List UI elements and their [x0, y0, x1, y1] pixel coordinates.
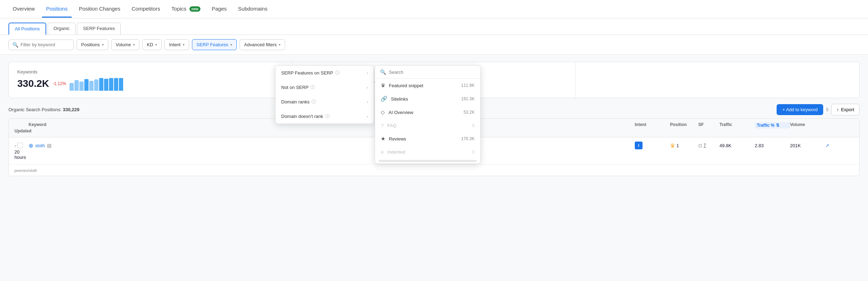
featured-snippet-item[interactable]: ♛ Featured snippet 111.9K: [375, 79, 480, 92]
nav-competitors[interactable]: Competitors: [127, 1, 164, 18]
keyword-link[interactable]: sloth: [35, 143, 45, 148]
sub-dropdown-search-wrap[interactable]: 🔍: [375, 66, 480, 79]
position-cell: ♛ 1: [670, 142, 698, 149]
faq-label: FAQ: [387, 123, 396, 128]
keywords-label: Keywords: [17, 69, 284, 74]
domain-doesnt-rank-item[interactable]: Domain doesn't rank ⓘ ›: [276, 109, 374, 124]
ai-overview-count: 53.2K: [464, 110, 475, 115]
list-icon: ≡: [381, 149, 384, 155]
keywords-chart: [70, 78, 123, 91]
sf-icon: ⊡: [698, 143, 702, 148]
export-icon: ↑: [837, 107, 839, 112]
serp-on-serp-item[interactable]: SERP Features on SERP ⓘ ›: [276, 66, 374, 80]
nav-subdomains[interactable]: Subdomains: [234, 1, 272, 18]
sitelinks-label: Sitelinks: [391, 96, 408, 102]
tab-organic[interactable]: Organic: [48, 23, 76, 35]
not-on-serp-item[interactable]: Not on SERP ⓘ ›: [276, 80, 374, 95]
info-icon: ⓘ: [312, 99, 316, 105]
col-traffic[interactable]: Traffic: [719, 122, 755, 128]
scrollbar[interactable]: [379, 160, 477, 162]
updated-cell: 20 hours: [14, 149, 29, 160]
sitelinks-item[interactable]: 🔗 Sitelinks 191.3K: [375, 92, 480, 106]
domain-ranks-item[interactable]: Domain ranks ⓘ ›: [276, 95, 374, 109]
domain-ranks-label: Domain ranks: [281, 99, 309, 104]
chevron-down-icon: ▾: [230, 43, 232, 47]
positions-filter-btn[interactable]: Positions ▾: [77, 39, 108, 50]
indented-count: 0: [472, 150, 475, 155]
reviews-label: Reviews: [389, 136, 406, 142]
chevron-down-icon: ▾: [155, 43, 157, 47]
tab-all-positions[interactable]: All Positions: [8, 23, 46, 35]
question-icon: ?: [381, 122, 384, 128]
crown-icon: ♛: [670, 142, 675, 149]
reviews-count: 170.3K: [461, 136, 475, 141]
info-icon: ⓘ: [311, 84, 315, 90]
col-position[interactable]: Position: [670, 122, 698, 128]
new-badge: new: [189, 6, 200, 12]
chevron-down-icon: ▾: [133, 43, 135, 47]
sort-icon: ⇅: [776, 123, 779, 128]
url-row: peecies/sloth: [9, 165, 859, 176]
col-intent[interactable]: Intent: [635, 122, 670, 128]
diamond-icon: ◇: [381, 109, 385, 115]
traffic-cell: 49.8K: [719, 143, 755, 148]
keywords-change: -1.12%: [53, 81, 66, 86]
tab-serp-features[interactable]: SERP Features: [77, 23, 121, 35]
volume-filter-btn[interactable]: Volume ▾: [111, 39, 139, 50]
col-updated[interactable]: Updated: [14, 128, 29, 133]
external-link-icon[interactable]: ↗: [825, 143, 829, 148]
filters-bar: 🔍 Positions ▾ Volume ▾ KD ▾ Intent ▾ SER…: [0, 35, 868, 55]
reviews-item[interactable]: ★ Reviews 170.3K: [375, 132, 480, 145]
col-traffic-pct[interactable]: Traffic % ⇅: [755, 122, 790, 128]
sub-tabs: All Positions Organic SERP Features: [0, 18, 868, 35]
featured-snippet-label: Featured snippet: [389, 83, 423, 88]
add-to-keyword-btn[interactable]: + Add to keyword: [777, 104, 823, 115]
empty-stat-card: [576, 62, 859, 98]
sf-count[interactable]: 7: [704, 143, 706, 148]
featured-snippet-count: 111.9K: [461, 83, 475, 88]
serp-search-input[interactable]: [389, 70, 475, 75]
row-checkbox[interactable]: [17, 143, 23, 148]
nav-positions[interactable]: Positions: [42, 1, 72, 18]
document-icon[interactable]: ▤: [47, 143, 52, 148]
position-value: 1: [676, 143, 679, 148]
indented-item[interactable]: ≡ Indented 0: [375, 145, 480, 159]
traffic-pct-cell: 2.83: [755, 143, 790, 148]
intent-badge: I: [635, 142, 643, 149]
ai-overview-label: AI Overview: [388, 110, 413, 115]
keyword-filter-wrap[interactable]: 🔍: [8, 40, 74, 50]
chevron-down-icon: ▾: [183, 43, 185, 47]
keyword-filter-input[interactable]: [20, 42, 70, 47]
nav-topics[interactable]: Topics new: [167, 1, 205, 18]
serp-type-subdropdown: 🔍 ♛ Featured snippet 111.9K 🔗 Sitelinks …: [375, 65, 481, 164]
top-nav: Overview Positions Position Changes Comp…: [0, 0, 868, 18]
intent-filter-btn[interactable]: Intent ▾: [164, 39, 189, 50]
col-sf[interactable]: SF: [698, 122, 719, 128]
serp-features-dropdown: SERP Features on SERP ⓘ › Not on SERP ⓘ …: [275, 65, 374, 124]
chevron-down-icon: ▾: [279, 43, 281, 47]
search-icon: 🔍: [12, 42, 18, 48]
faq-count: 0: [472, 123, 475, 128]
ai-overview-item[interactable]: ◇ AI Overview 53.2K: [375, 106, 480, 119]
nav-pages[interactable]: Pages: [207, 1, 231, 18]
info-icon: ⓘ: [325, 113, 330, 119]
url-text: peecies/sloth: [14, 168, 37, 173]
star-icon: ★: [381, 136, 385, 142]
serp-features-filter-btn[interactable]: SERP Features ▾: [192, 39, 237, 50]
add-keyword-icon[interactable]: ⊕: [29, 142, 33, 149]
col-volume[interactable]: Volume: [790, 122, 825, 128]
faq-item[interactable]: ? FAQ 0: [375, 119, 480, 132]
kd-filter-btn[interactable]: KD ▾: [142, 39, 162, 50]
chevron-right-icon: ›: [367, 100, 368, 104]
positions-count: Organic Search Positions: 330,229: [8, 107, 79, 112]
chevron-down-icon: ▾: [102, 43, 104, 47]
export-btn[interactable]: ↑ Export: [831, 104, 860, 115]
advanced-filters-btn[interactable]: Advanced filters ▾: [240, 39, 285, 50]
expand-icon[interactable]: ›: [14, 143, 16, 148]
chevron-right-icon: ›: [367, 85, 368, 90]
sitelinks-count: 191.3K: [461, 96, 475, 101]
nav-position-changes[interactable]: Position Changes: [74, 1, 125, 18]
nav-overview[interactable]: Overview: [8, 1, 39, 18]
link-icon: 🔗: [381, 96, 387, 102]
chevron-right-icon: ›: [367, 71, 368, 76]
